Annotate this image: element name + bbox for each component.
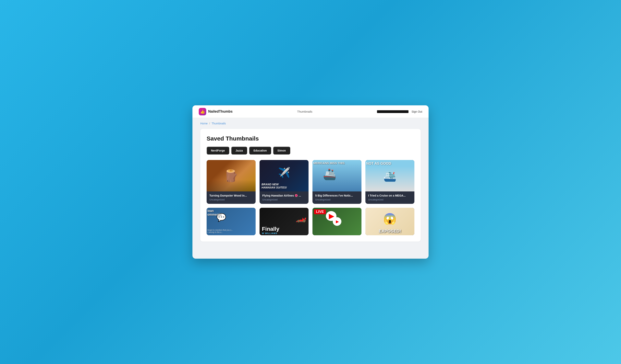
thumbnail-card-5[interactable]: leanomments forgot to mention that you s… <box>207 208 256 235</box>
thumbnail-info-3: 5 Big Differences I've Notic... Uncatego… <box>312 191 362 204</box>
thumbnail-category-1: Uncategorized <box>209 198 253 201</box>
thumbnail-category-2: Uncategorized <box>262 198 306 201</box>
breadcrumb: Home / Thumbnails <box>200 122 421 125</box>
thumbnail-card-1[interactable]: Turning Dumpster Wood in... Uncategorize… <box>207 160 256 204</box>
thumbnail-grid-row2: leanomments forgot to mention that you s… <box>207 208 414 235</box>
thumbnail-card-6[interactable]: Finally W WILLIAMS <box>259 208 309 235</box>
app-window: 👍 NailedThumbs Thumbnails Sign Out Home … <box>192 105 429 259</box>
thumbnail-title-2: Flying Hawaiian Airlines 🌺 ... <box>262 194 306 197</box>
thumbnail-title-3: 5 Big Differences I've Notic... <box>315 194 359 197</box>
thumbnail-image-2: BRAND NEWHAWAIIAN SUITES! <box>259 160 309 191</box>
thumbnail-image-4: NOT AS GOOD <box>365 160 414 191</box>
page-title: Saved Thumbnails <box>207 135 414 142</box>
breadcrumb-separator: / <box>209 122 210 125</box>
thumbnail-image-6: Finally W WILLIAMS <box>259 208 309 235</box>
thumbnail-card-4[interactable]: NOT AS GOOD I Tried a Cruise on a MEGA..… <box>365 160 414 204</box>
tag-education[interactable]: Education <box>249 147 271 155</box>
thumbnail-title-4: I Tried a Cruise on a MEGA... <box>368 194 412 197</box>
breadcrumb-home[interactable]: Home <box>200 122 207 125</box>
navbar-right: Sign Out <box>377 110 422 113</box>
thumbnail-image-3: MERICANS MISS THIS <box>312 160 362 191</box>
thumbnail-overlay-2: BRAND NEWHAWAIIAN SUITES! <box>261 183 287 189</box>
thumbnail-card-3[interactable]: MERICANS MISS THIS 5 Big Differences I'v… <box>312 160 362 204</box>
thumbnail-image-8: EXPOSED! <box>365 208 414 235</box>
tag-jazza[interactable]: Jazza <box>231 147 247 155</box>
brand-logo: 👍 <box>199 108 206 115</box>
thumbnail-image-5: leanomments forgot to mention that you s… <box>207 208 256 235</box>
thumbnail-card-2[interactable]: BRAND NEWHAWAIIAN SUITES! Flying Hawaiia… <box>259 160 309 204</box>
thumbnail-grid: Turning Dumpster Wood in... Uncategorize… <box>207 160 414 204</box>
tag-nerdforge[interactable]: NerdForge <box>207 147 229 155</box>
sign-out-button[interactable]: Sign Out <box>412 110 422 113</box>
thumbnail-category-3: Uncategorized <box>315 198 359 201</box>
thumbnail-card-7[interactable]: LIVE ▶ <box>312 208 362 235</box>
thumbnail-info-1: Turning Dumpster Wood in... Uncategorize… <box>207 191 256 204</box>
thumbnail-overlay-3: MERICANS MISS THIS <box>313 161 345 165</box>
thumbnail-title-1: Turning Dumpster Wood in... <box>209 194 253 197</box>
thumbnail-info-2: Flying Hawaiian Airlines 🌺 ... Uncategor… <box>259 191 309 204</box>
thumbnail-card-8[interactable]: EXPOSED! <box>365 208 414 235</box>
thumbnail-info-4: I Tried a Cruise on a MEGA... Uncategori… <box>365 191 414 204</box>
page-content: Home / Thumbnails Saved Thumbnails NerdF… <box>192 118 429 249</box>
brand-name: NailedThumbs <box>208 110 233 114</box>
thumbnail-image-7: LIVE ▶ <box>312 208 362 235</box>
tag-simon[interactable]: Simon <box>273 147 290 155</box>
filter-tags: NerdForge Jazza Education Simon <box>207 147 414 155</box>
user-bar <box>377 110 409 113</box>
thumbnail-category-4: Uncategorized <box>368 198 412 201</box>
brand: 👍 NailedThumbs <box>199 108 233 115</box>
breadcrumb-current: Thumbnails <box>211 122 226 125</box>
nav-thumbnails-link[interactable]: Thumbnails <box>297 110 312 113</box>
main-panel: Saved Thumbnails NerdForge Jazza Educati… <box>200 129 421 241</box>
thumbnail-image-1 <box>207 160 256 191</box>
navbar: 👍 NailedThumbs Thumbnails Sign Out <box>192 105 429 118</box>
